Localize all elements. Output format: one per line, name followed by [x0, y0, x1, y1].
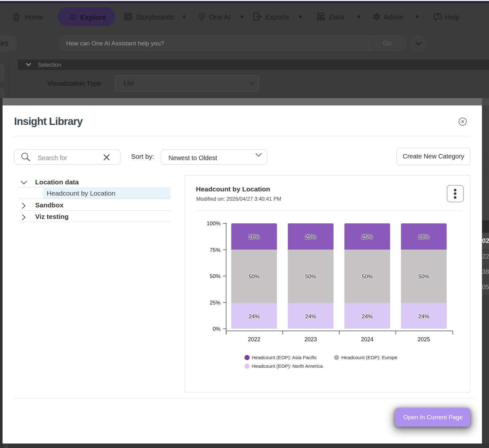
svg-text:2023: 2023 — [305, 336, 317, 343]
svg-text:50%: 50% — [249, 274, 260, 280]
svg-text:50%: 50% — [305, 274, 316, 280]
svg-text:24%: 24% — [362, 313, 373, 320]
svg-text:50%: 50% — [418, 274, 429, 280]
svg-text:75%: 75% — [210, 247, 221, 253]
svg-text:25%: 25% — [210, 300, 221, 306]
svg-text:2022: 2022 — [248, 336, 260, 343]
svg-text:24%: 24% — [305, 313, 316, 320]
svg-text:2025: 2025 — [418, 336, 430, 343]
svg-text:2024: 2024 — [361, 336, 374, 343]
svg-text:Headcount (EOP): Europe: Headcount (EOP): Europe — [341, 355, 397, 360]
svg-text:100%: 100% — [207, 220, 221, 227]
svg-text:26%: 26% — [249, 234, 260, 240]
svg-text:24%: 24% — [418, 313, 429, 320]
svg-text:26%: 26% — [418, 234, 429, 240]
svg-text:50%: 50% — [362, 274, 373, 280]
svg-text:Headcount (EOP): Asia Pacific: Headcount (EOP): Asia Pacific — [252, 355, 317, 360]
svg-text:24%: 24% — [249, 313, 260, 320]
svg-text:0%: 0% — [213, 326, 221, 332]
svg-text:Headcount (EOP): North America: Headcount (EOP): North America — [252, 363, 323, 369]
svg-text:25%: 25% — [362, 234, 373, 240]
svg-text:25%: 25% — [305, 234, 316, 240]
svg-text:50%: 50% — [210, 273, 221, 279]
